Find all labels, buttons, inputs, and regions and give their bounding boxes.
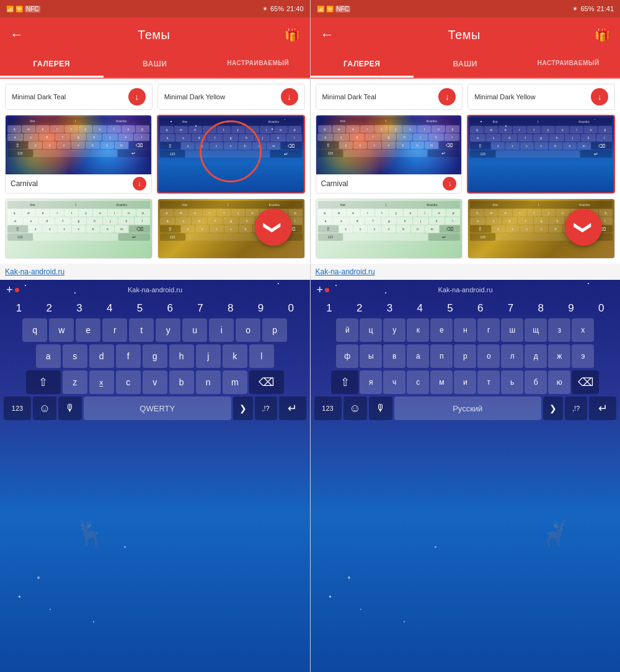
key-ч-right[interactable]: ч (383, 370, 405, 394)
kb-plus-left[interactable]: + (6, 284, 13, 297)
key-h-left[interactable]: h (169, 344, 194, 368)
key-r-left[interactable]: r (102, 318, 127, 342)
key-б-right[interactable]: б (525, 370, 547, 394)
gift-button-right[interactable]: 🎁 (595, 27, 610, 42)
kb-num-8-right[interactable]: 8 (528, 302, 553, 315)
kb-num-7-right[interactable]: 7 (498, 302, 523, 315)
key-m-left[interactable]: m (223, 370, 247, 394)
theme-card4-left[interactable]: the I thanks qwertyuiop asdfghjkl ⇧ zx (157, 199, 305, 259)
shift-key-left[interactable]: ⇧ (26, 370, 61, 394)
kb-plus-right[interactable]: + (317, 284, 324, 297)
key-с-right[interactable]: с (407, 370, 429, 394)
exclaim-key-left[interactable]: ,!? (255, 396, 277, 420)
theme-card4-right[interactable]: the I thanks qwertyuiop asdfghjkl ⇧ zx (467, 199, 615, 259)
kb-num-2-left[interactable]: 2 (37, 302, 61, 315)
key-ж-right[interactable]: ж (548, 344, 570, 368)
key-c-left[interactable]: c (116, 370, 141, 394)
theme-card3-left[interactable]: the I thanks qwertyuiop asdfghjkl ⇧ zx (5, 199, 153, 259)
tab-gallery-right[interactable]: ГАЛЕРЕЯ (311, 52, 414, 78)
kb-num-2-right[interactable]: 2 (347, 302, 372, 315)
carnival-download-left[interactable]: ↓ (133, 177, 146, 190)
carnival-card-left[interactable]: the I thanks q w e r t y u i (5, 115, 152, 194)
shift-key-right[interactable]: ⇧ (331, 370, 358, 394)
key-ь-right[interactable]: ь (501, 370, 523, 394)
minimal-dark-teal-right[interactable]: Minimal Dark Teal ↓ (316, 84, 463, 110)
key-u-left[interactable]: u (182, 318, 207, 342)
key-и-right[interactable]: и (454, 370, 476, 394)
key-я-right[interactable]: я (360, 370, 382, 394)
key-е-right[interactable]: е (430, 318, 453, 342)
enter-key-left[interactable]: ↵ (279, 396, 306, 420)
kb-num-5-left[interactable]: 5 (127, 302, 152, 315)
chevron-button-left[interactable]: ❯ (255, 208, 292, 246)
tab-gallery-left[interactable]: ГАЛЕРЕЯ (0, 52, 104, 78)
key-л-right[interactable]: л (501, 344, 523, 368)
key-у-right[interactable]: у (383, 318, 405, 342)
tab-yours-right[interactable]: ВАШИ (414, 52, 517, 78)
enter-key-right[interactable]: ↵ (589, 396, 616, 420)
arrow-right-key-left[interactable]: ❯ (233, 396, 253, 420)
winter-night-card-right[interactable]: the I thanks qwertyuiop asdfghjkl ⇧ zx (467, 115, 615, 194)
key-i-left[interactable]: i (209, 318, 234, 342)
key-ю-right[interactable]: ю (548, 370, 570, 394)
key-a-left[interactable]: a (36, 344, 61, 368)
back-button-right[interactable]: ← (321, 27, 334, 43)
key-ы-right[interactable]: ы (360, 344, 382, 368)
key-b-left[interactable]: b (169, 370, 194, 394)
key-ш-right[interactable]: ш (501, 318, 523, 342)
key-j-left[interactable]: j (196, 344, 221, 368)
kb-num-1-left[interactable]: 1 (6, 302, 31, 315)
download-btn-yellow-right[interactable]: ↓ (591, 88, 608, 105)
key-123-right[interactable]: 123 (314, 396, 342, 420)
download-btn-teal-left[interactable]: ↓ (128, 88, 146, 105)
winter-night-card-left[interactable]: the I thanks qwertyuiop asdfghjkl ⇧ zx (157, 115, 305, 194)
key-q-left[interactable]: q (22, 318, 47, 342)
key-ф-right[interactable]: ф (336, 344, 358, 368)
key-s-left[interactable]: s (63, 344, 87, 368)
minimal-dark-teal-left[interactable]: Minimal Dark Teal ↓ (5, 84, 153, 110)
key-g-left[interactable]: g (143, 344, 167, 368)
key-p-left[interactable]: p (262, 318, 287, 342)
kb-num-1-right[interactable]: 1 (317, 302, 342, 315)
backspace-key-left[interactable]: ⌫ (249, 370, 284, 394)
key-o-left[interactable]: o (236, 318, 260, 342)
kb-num-3-left[interactable]: 3 (67, 302, 92, 315)
key-l-left[interactable]: l (249, 344, 274, 368)
kb-num-8-left[interactable]: 8 (218, 302, 243, 315)
mic-key-left[interactable]: 🎙 (58, 396, 82, 420)
kb-num-5-right[interactable]: 5 (438, 302, 463, 315)
key-щ-right[interactable]: щ (525, 318, 547, 342)
key-н-right[interactable]: н (454, 318, 476, 342)
key-г-right[interactable]: г (477, 318, 500, 342)
kb-num-6-left[interactable]: 6 (157, 302, 182, 315)
carnival-download-right[interactable]: ↓ (443, 177, 456, 190)
space-key-left[interactable]: QWERTY (84, 396, 231, 420)
key-э-right[interactable]: э (572, 344, 594, 368)
key-м-right[interactable]: м (430, 370, 453, 394)
tab-custom-right[interactable]: НАСТРАИВАЕМЫЙ (517, 52, 621, 78)
chevron-button-right[interactable]: ❯ (565, 208, 602, 246)
tab-custom-left[interactable]: НАСТРАИВАЕМЫЙ (206, 52, 310, 78)
key-k-left[interactable]: k (223, 344, 247, 368)
space-key-right[interactable]: Русский (394, 396, 542, 420)
key-e-left[interactable]: e (76, 318, 100, 342)
key-z-left[interactable]: z (63, 370, 87, 394)
minimal-dark-yellow-right[interactable]: Minimal Dark Yellow ↓ (467, 84, 615, 110)
key-п-right[interactable]: п (430, 344, 453, 368)
key-x-left[interactable]: x̲ (89, 370, 114, 394)
minimal-dark-yellow-left[interactable]: Minimal Dark Yellow ↓ (157, 84, 305, 110)
key-v-left[interactable]: v (143, 370, 167, 394)
carnival-card-right[interactable]: the I thanks qwertyuiop asdfghjkl ⇧ zx (316, 115, 463, 194)
key-й-right[interactable]: й (336, 318, 358, 342)
key-t-left[interactable]: t (129, 318, 154, 342)
key-n-left[interactable]: n (196, 370, 221, 394)
kb-num-4-left[interactable]: 4 (97, 302, 122, 315)
key-к-right[interactable]: к (407, 318, 429, 342)
key-d-left[interactable]: d (89, 344, 114, 368)
key-х-right[interactable]: х (572, 318, 594, 342)
key-f-left[interactable]: f (116, 344, 141, 368)
kb-num-6-right[interactable]: 6 (468, 302, 493, 315)
exclaim-key-right[interactable]: ,!? (565, 396, 587, 420)
key-а-right[interactable]: а (407, 344, 429, 368)
backspace-key-right[interactable]: ⌫ (572, 370, 599, 394)
